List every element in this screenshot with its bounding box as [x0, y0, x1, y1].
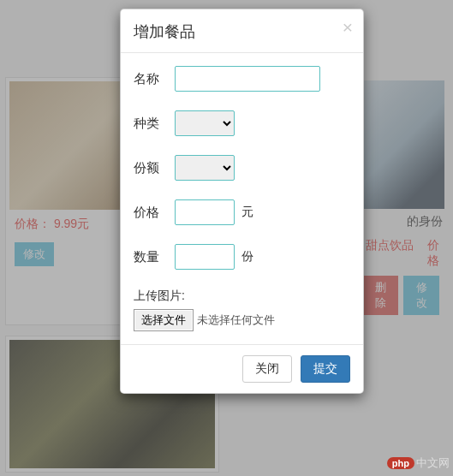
price-label: 价格 [134, 205, 175, 221]
submit-button[interactable]: 提交 [301, 355, 350, 383]
upload-label: 上传图片: [134, 289, 350, 304]
modal-header: 增加餐品 × [121, 9, 363, 53]
portion-select[interactable] [175, 155, 235, 181]
price-unit: 元 [241, 205, 253, 220]
watermark: php 中文网 [387, 455, 450, 471]
close-button[interactable]: 关闭 [242, 355, 292, 383]
file-status: 未选择任何文件 [197, 312, 275, 328]
name-label: 名称 [134, 71, 175, 87]
watermark-badge: php [387, 457, 414, 469]
category-select[interactable] [175, 110, 235, 136]
close-icon[interactable]: × [343, 18, 353, 36]
qty-label: 数量 [134, 249, 175, 265]
qty-unit: 份 [241, 249, 253, 265]
price-input[interactable] [175, 199, 235, 225]
add-dish-modal: 增加餐品 × 名称 种类 份额 价格 元 数量 份 上传图片: [120, 9, 364, 394]
name-input[interactable] [175, 66, 320, 92]
modal-body: 名称 种类 份额 价格 元 数量 份 上传图片: 选择文件 未选择任何文件 [121, 53, 363, 331]
qty-input[interactable] [175, 244, 235, 270]
watermark-text: 中文网 [416, 455, 450, 471]
choose-file-button[interactable]: 选择文件 [134, 309, 194, 331]
portion-label: 份额 [134, 160, 175, 176]
modal-footer: 关闭 提交 [121, 344, 363, 393]
category-label: 种类 [134, 116, 175, 132]
modal-title: 增加餐品 [134, 23, 195, 40]
